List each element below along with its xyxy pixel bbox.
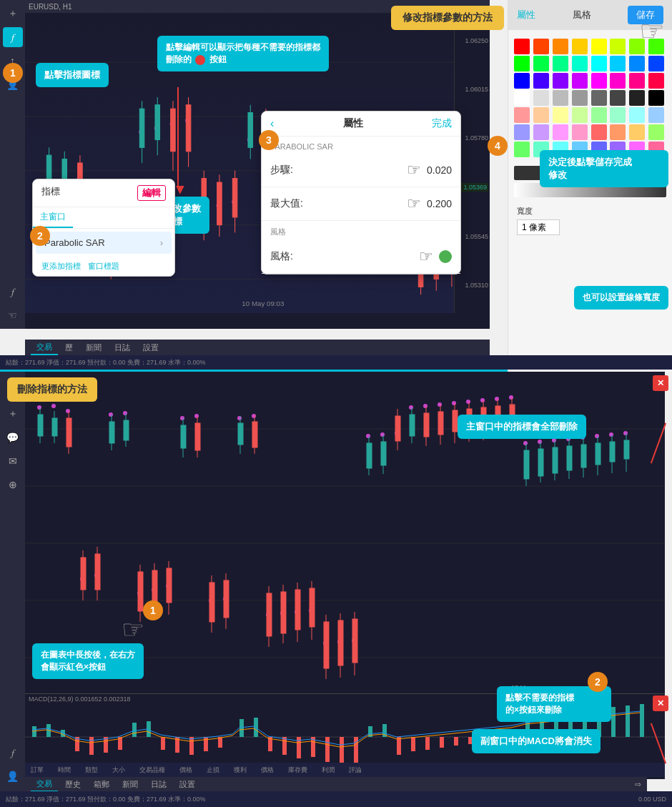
color-cell[interactable] xyxy=(514,73,530,89)
tab-news-top[interactable]: 新聞 xyxy=(80,341,107,355)
indicator-panel[interactable]: 指標 編輯 主窗口 Parabolic SAR › 更添加指標 窗口標題 xyxy=(32,179,175,277)
color-cell[interactable] xyxy=(591,124,607,140)
color-cell[interactable] xyxy=(591,56,607,71)
color-cell[interactable] xyxy=(648,107,664,123)
color-cell[interactable] xyxy=(591,107,607,123)
color-cell[interactable] xyxy=(610,124,626,140)
col-comment: 評論 xyxy=(349,766,362,775)
export-icon[interactable]: ⇨ xyxy=(635,780,641,789)
tab-diary-top[interactable]: 日誌 xyxy=(109,341,136,355)
color-cell[interactable] xyxy=(591,90,607,106)
done-button[interactable]: 完成 xyxy=(432,117,452,130)
svg-rect-216 xyxy=(32,726,36,737)
color-cell[interactable] xyxy=(610,90,626,106)
tab-news-bottom[interactable]: 新聞 xyxy=(117,778,144,791)
sidebar-cross-icon[interactable]: ＋ xyxy=(3,4,23,24)
sidebar-cross-bottom[interactable]: ＋ xyxy=(3,404,23,424)
color-cell[interactable] xyxy=(629,107,645,123)
properties-popup[interactable]: ‹ 屬性 完成 PARABOLIC SAR 步驟: ☞ 0.020 最大值: ☞… xyxy=(261,111,461,274)
svg-rect-248 xyxy=(340,737,344,766)
tab-diary-bottom[interactable]: 日誌 xyxy=(145,778,172,791)
tab-main-window[interactable]: 主窗口 xyxy=(33,207,73,228)
tab-trade-top[interactable]: 交易 xyxy=(31,340,58,355)
color-cell[interactable] xyxy=(610,107,626,123)
color-cell[interactable] xyxy=(572,90,588,106)
color-cell[interactable] xyxy=(572,107,588,123)
svg-point-127 xyxy=(595,434,599,438)
sidebar-add-bottom[interactable]: ⊕ xyxy=(3,475,23,495)
color-cell[interactable] xyxy=(514,90,530,106)
color-cell[interactable] xyxy=(514,142,530,157)
color-cell[interactable] xyxy=(629,73,645,89)
color-cell[interactable] xyxy=(591,73,607,89)
color-cell[interactable] xyxy=(533,90,549,106)
svg-rect-235 xyxy=(89,737,94,755)
back-button[interactable]: ‹ xyxy=(270,117,274,130)
svg-point-123 xyxy=(538,440,542,444)
color-cell[interactable] xyxy=(533,39,549,54)
color-cell[interactable] xyxy=(648,56,664,71)
window-title[interactable]: 窗口標題 xyxy=(88,261,119,272)
tab-history-bottom[interactable]: 歷史 xyxy=(59,778,87,791)
color-cell[interactable] xyxy=(591,39,607,54)
color-cell[interactable] xyxy=(533,124,549,140)
color-cell[interactable] xyxy=(553,107,568,123)
svg-point-128 xyxy=(609,432,613,437)
tab-trade-bottom[interactable]: 交易 xyxy=(31,777,58,792)
arrow-line-edit xyxy=(177,87,179,187)
edit-button[interactable]: 編輯 xyxy=(137,185,166,201)
x-button-macd[interactable]: ✕ xyxy=(653,695,668,711)
color-cell[interactable] xyxy=(553,124,568,140)
svg-point-121 xyxy=(509,395,513,400)
col-price2: 價格 xyxy=(261,766,274,775)
col-profit1: 獲利 xyxy=(234,766,247,775)
svg-point-89 xyxy=(51,404,56,408)
col-stoploss: 止損 xyxy=(207,766,219,775)
sidebar-func-bottom[interactable]: 𝑓 xyxy=(3,743,23,763)
right-style-tab[interactable]: 風格 xyxy=(573,9,591,21)
color-cell[interactable] xyxy=(514,56,530,71)
color-cell[interactable] xyxy=(533,107,549,123)
color-cell[interactable] xyxy=(629,56,645,71)
parabolic-sar-item[interactable]: Parabolic SAR › xyxy=(36,232,172,254)
color-cell[interactable] xyxy=(514,39,530,54)
color-cell[interactable] xyxy=(553,73,568,89)
sidebar-chat-bottom[interactable]: 💬 xyxy=(3,427,23,447)
color-cell[interactable] xyxy=(533,73,549,89)
color-cell[interactable] xyxy=(572,73,588,89)
svg-point-93 xyxy=(109,412,113,417)
color-cell[interactable] xyxy=(629,90,645,106)
color-cell[interactable] xyxy=(648,90,664,106)
color-cell[interactable] xyxy=(610,39,626,54)
color-cell[interactable] xyxy=(514,124,530,140)
color-cell[interactable] xyxy=(610,56,626,71)
sidebar-user-bottom[interactable]: 👤 xyxy=(3,766,23,786)
color-cell[interactable] xyxy=(553,56,568,71)
width-input[interactable] xyxy=(517,219,560,235)
color-cell[interactable] xyxy=(572,39,588,54)
color-cell[interactable] xyxy=(514,107,530,123)
color-cell[interactable] xyxy=(648,124,664,140)
tab-settings-top[interactable]: 設置 xyxy=(137,341,164,355)
tab-history-top[interactable]: 歷 xyxy=(59,341,79,355)
svg-point-114 xyxy=(409,405,413,410)
sidebar-indicator-icon[interactable]: 𝑓 xyxy=(3,27,23,47)
color-cell[interactable] xyxy=(553,39,568,54)
tab-settings-bottom[interactable]: 設置 xyxy=(174,778,201,791)
tab-mailbox-bottom[interactable]: 箱郵 xyxy=(88,778,115,791)
svg-rect-251 xyxy=(411,737,415,751)
color-cell[interactable] xyxy=(572,124,588,140)
right-attr-tab[interactable]: 屬性 xyxy=(517,9,535,21)
color-cell[interactable] xyxy=(572,56,588,71)
color-cell[interactable] xyxy=(533,56,549,71)
sidebar-msg-bottom[interactable]: ✉ xyxy=(3,451,23,471)
svg-rect-244 xyxy=(282,737,287,755)
color-cell[interactable] xyxy=(610,73,626,89)
x-button-main[interactable]: ✕ xyxy=(653,375,668,391)
color-cell[interactable] xyxy=(553,90,568,106)
sidebar-hand-icon[interactable]: ☜ xyxy=(3,305,23,325)
sidebar-func-icon[interactable]: 𝑓 xyxy=(3,282,23,302)
color-cell[interactable] xyxy=(629,124,645,140)
add-indicator[interactable]: 更添加指標 xyxy=(41,261,81,272)
color-cell[interactable] xyxy=(648,73,664,89)
